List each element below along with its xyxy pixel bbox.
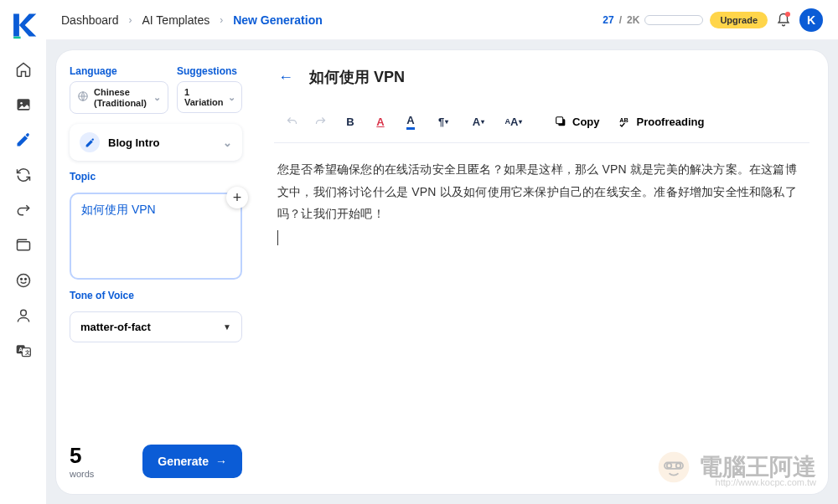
svg-rect-14	[556, 117, 563, 124]
notifications-icon[interactable]	[774, 11, 793, 29]
add-topic-button[interactable]: +	[226, 187, 248, 208]
document-title[interactable]: 如何使用 VPN	[309, 67, 405, 87]
svg-rect-17	[665, 463, 683, 469]
svg-rect-0	[13, 37, 21, 39]
template-value: Blog Intro	[108, 136, 159, 149]
template-select[interactable]: Blog Intro ⌄	[70, 124, 242, 161]
svg-point-7	[20, 310, 26, 316]
arrow-right-icon: →	[215, 455, 227, 468]
crumb-current: New Generation	[233, 13, 323, 27]
pencil-icon	[80, 132, 100, 152]
font-family-button[interactable]: A▾	[462, 109, 495, 134]
svg-rect-3	[17, 242, 29, 250]
svg-point-2	[20, 102, 23, 105]
usage-max: 2K	[627, 14, 639, 26]
svg-point-18	[667, 463, 672, 468]
svg-text:文: 文	[23, 349, 29, 355]
nav-home[interactable]	[7, 54, 40, 85]
chevron-right-icon: ›	[220, 14, 223, 26]
tone-value: matter-of-fact	[80, 321, 151, 333]
svg-point-19	[676, 463, 681, 468]
language-select[interactable]: Chinese (Traditional) ⌄	[70, 81, 168, 114]
svg-point-16	[659, 452, 690, 483]
generate-button[interactable]: Generate →	[142, 445, 242, 478]
nav-redo[interactable]	[7, 194, 40, 226]
watermark: 電腦王阿達 http://www.kocpc.com.tw	[655, 449, 816, 486]
suggestions-value: 1 Variation	[184, 87, 223, 107]
highlight-button[interactable]: A	[396, 109, 425, 134]
nav-account[interactable]	[7, 300, 40, 332]
breadcrumb: Dashboard › AI Templates › New Generatio…	[61, 13, 323, 27]
tone-select[interactable]: matter-of-fact ▼	[70, 311, 242, 342]
globe-icon	[77, 90, 89, 105]
language-value: Chinese (Traditional)	[94, 87, 148, 108]
svg-point-5	[20, 279, 22, 280]
word-count: 5 words	[70, 443, 94, 479]
editor-content[interactable]: 您是否希望确保您的在线活动安全且匿名？如果是这样，那么 VPN 就是完美的解决方…	[274, 143, 810, 265]
copy-button[interactable]: Copy	[546, 111, 608, 131]
chevron-down-icon: ⌄	[223, 136, 232, 149]
redo-button[interactable]	[306, 109, 334, 134]
nav-write[interactable]	[7, 124, 40, 156]
font-color-button[interactable]: A	[366, 109, 395, 134]
svg-text:A: A	[18, 347, 23, 352]
top-bar: Dashboard › AI Templates › New Generatio…	[46, 0, 838, 40]
editor-area: ← 如何使用 VPN B A A ¶▾ A▾ AA▾	[256, 50, 828, 494]
back-button[interactable]: ←	[274, 65, 297, 89]
nav-image[interactable]	[7, 89, 40, 121]
config-panel: Language Chinese (Traditional) ⌄ Suggest…	[56, 50, 256, 494]
proofreading-button[interactable]: AB Proofreading	[610, 111, 713, 131]
topic-value: 如何使用 VPN	[81, 203, 230, 218]
undo-button[interactable]	[277, 109, 306, 134]
editor-toolbar: B A A ¶▾ A▾ AA▾ Copy AB Proofre	[274, 104, 810, 143]
paragraph-button[interactable]: ¶▾	[427, 109, 460, 134]
suggestions-label: Suggestions	[177, 65, 242, 77]
usage-current: 27	[603, 14, 613, 26]
chevron-down-icon: ⌄	[153, 92, 161, 103]
usage-meter: 27 / 2K	[603, 14, 703, 26]
topic-input[interactable]: 如何使用 VPN +	[70, 193, 242, 280]
tone-label: Tone of Voice	[70, 290, 242, 301]
usage-bar	[644, 15, 703, 25]
text-cursor	[277, 230, 278, 245]
chevron-right-icon: ›	[129, 14, 132, 26]
app-logo[interactable]	[7, 8, 40, 42]
language-label: Language	[70, 65, 168, 77]
side-rail: A文	[0, 0, 46, 504]
nav-emoji[interactable]	[7, 265, 40, 296]
crumb-templates[interactable]: AI Templates	[142, 13, 210, 27]
nav-refresh[interactable]	[7, 159, 40, 191]
editor-card: Language Chinese (Traditional) ⌄ Suggest…	[56, 50, 828, 494]
nav-translate[interactable]: A文	[7, 335, 40, 367]
topic-label: Topic	[70, 171, 242, 183]
chevron-down-icon: ⌄	[228, 92, 235, 103]
crumb-dashboard[interactable]: Dashboard	[61, 13, 119, 27]
nav-wallet[interactable]	[7, 229, 40, 261]
bold-button[interactable]: B	[336, 109, 365, 134]
upgrade-button[interactable]: Upgrade	[710, 12, 768, 28]
svg-point-4	[17, 275, 29, 287]
font-size-button[interactable]: AA▾	[497, 109, 530, 134]
svg-point-6	[24, 279, 26, 280]
editor-text: 您是否希望确保您的在线活动安全且匿名？如果是这样，那么 VPN 就是完美的解决方…	[277, 158, 806, 225]
suggestions-select[interactable]: 1 Variation ⌄	[177, 81, 242, 113]
workspace: Language Chinese (Traditional) ⌄ Suggest…	[46, 40, 838, 504]
avatar[interactable]: K	[799, 8, 823, 32]
caret-down-icon: ▼	[223, 322, 231, 332]
